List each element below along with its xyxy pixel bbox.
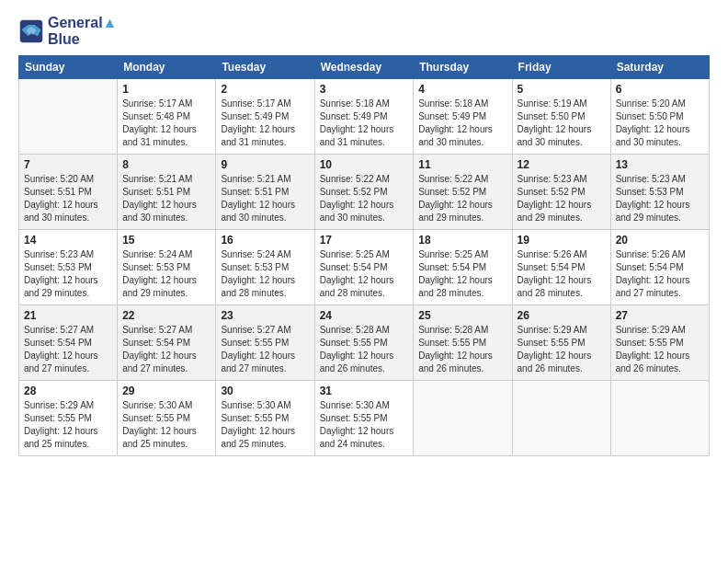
page-header: General▲ Blue — [18, 15, 710, 48]
day-info: Sunrise: 5:22 AMSunset: 5:52 PMDaylight:… — [418, 173, 506, 224]
calendar-cell: 18Sunrise: 5:25 AMSunset: 5:54 PMDayligh… — [414, 230, 512, 305]
calendar-cell: 7Sunrise: 5:20 AMSunset: 5:51 PMDaylight… — [19, 155, 118, 230]
day-info: Sunrise: 5:26 AMSunset: 5:54 PMDaylight:… — [616, 248, 704, 300]
day-number: 18 — [418, 234, 506, 247]
calendar-cell: 20Sunrise: 5:26 AMSunset: 5:54 PMDayligh… — [610, 230, 709, 305]
day-number: 25 — [418, 309, 506, 322]
day-info: Sunrise: 5:18 AMSunset: 5:49 PMDaylight:… — [320, 98, 409, 149]
day-number: 6 — [616, 83, 704, 96]
calendar-cell: 5Sunrise: 5:19 AMSunset: 5:50 PMDaylight… — [512, 79, 610, 155]
calendar-week-row: 28Sunrise: 5:29 AMSunset: 5:55 PMDayligh… — [19, 381, 710, 456]
logo-text: General▲ Blue — [48, 15, 117, 48]
calendar-cell: 9Sunrise: 5:21 AMSunset: 5:51 PMDaylight… — [216, 155, 314, 230]
day-number: 28 — [24, 385, 112, 397]
day-info: Sunrise: 5:30 AMSunset: 5:55 PMDaylight:… — [122, 399, 210, 451]
calendar-week-row: 21Sunrise: 5:27 AMSunset: 5:54 PMDayligh… — [19, 305, 710, 381]
day-number: 12 — [518, 158, 606, 171]
calendar-cell: 11Sunrise: 5:22 AMSunset: 5:52 PMDayligh… — [414, 155, 512, 230]
calendar-cell: 23Sunrise: 5:27 AMSunset: 5:55 PMDayligh… — [216, 305, 314, 381]
calendar-cell: 2Sunrise: 5:17 AMSunset: 5:49 PMDaylight… — [216, 79, 314, 155]
logo: General▲ Blue — [18, 15, 117, 48]
day-number: 2 — [221, 83, 309, 96]
day-number: 9 — [221, 158, 309, 171]
day-info: Sunrise: 5:29 AMSunset: 5:55 PMDaylight:… — [24, 399, 112, 451]
day-info: Sunrise: 5:19 AMSunset: 5:50 PMDaylight:… — [518, 98, 606, 149]
calendar-week-row: 7Sunrise: 5:20 AMSunset: 5:51 PMDaylight… — [19, 155, 710, 230]
calendar-cell — [19, 79, 118, 155]
day-info: Sunrise: 5:21 AMSunset: 5:51 PMDaylight:… — [221, 173, 309, 224]
calendar-cell: 28Sunrise: 5:29 AMSunset: 5:55 PMDayligh… — [19, 381, 118, 456]
day-number: 27 — [616, 309, 704, 322]
day-info: Sunrise: 5:23 AMSunset: 5:52 PMDaylight:… — [518, 173, 606, 224]
day-number: 30 — [221, 385, 309, 397]
day-number: 20 — [616, 234, 704, 247]
day-number: 14 — [24, 234, 112, 247]
day-info: Sunrise: 5:28 AMSunset: 5:55 PMDaylight:… — [320, 324, 409, 375]
calendar-header-cell: Tuesday — [216, 56, 314, 79]
calendar-cell: 19Sunrise: 5:26 AMSunset: 5:54 PMDayligh… — [512, 230, 610, 305]
page-container: General▲ Blue SundayMondayTuesdayWednesd… — [0, 0, 728, 563]
day-info: Sunrise: 5:21 AMSunset: 5:51 PMDaylight:… — [122, 173, 210, 224]
day-info: Sunrise: 5:27 AMSunset: 5:54 PMDaylight:… — [122, 324, 210, 375]
calendar-cell: 6Sunrise: 5:20 AMSunset: 5:50 PMDaylight… — [610, 79, 709, 155]
calendar-cell: 1Sunrise: 5:17 AMSunset: 5:48 PMDaylight… — [118, 79, 216, 155]
day-number: 11 — [418, 158, 506, 171]
day-info: Sunrise: 5:20 AMSunset: 5:51 PMDaylight:… — [24, 173, 112, 224]
day-info: Sunrise: 5:27 AMSunset: 5:54 PMDaylight:… — [24, 324, 112, 375]
calendar-cell — [610, 381, 709, 456]
day-number: 4 — [418, 83, 506, 96]
day-info: Sunrise: 5:28 AMSunset: 5:55 PMDaylight:… — [418, 324, 506, 375]
calendar-header-cell: Monday — [118, 56, 216, 79]
day-info: Sunrise: 5:18 AMSunset: 5:49 PMDaylight:… — [418, 98, 506, 149]
day-info: Sunrise: 5:22 AMSunset: 5:52 PMDaylight:… — [320, 173, 409, 224]
calendar-cell: 13Sunrise: 5:23 AMSunset: 5:53 PMDayligh… — [610, 155, 709, 230]
calendar-cell: 17Sunrise: 5:25 AMSunset: 5:54 PMDayligh… — [314, 230, 414, 305]
day-number: 10 — [320, 158, 409, 171]
calendar-cell: 8Sunrise: 5:21 AMSunset: 5:51 PMDaylight… — [118, 155, 216, 230]
calendar-header-row: SundayMondayTuesdayWednesdayThursdayFrid… — [19, 56, 710, 79]
calendar-header-cell: Friday — [512, 56, 610, 79]
calendar-cell: 12Sunrise: 5:23 AMSunset: 5:52 PMDayligh… — [512, 155, 610, 230]
calendar-cell: 31Sunrise: 5:30 AMSunset: 5:55 PMDayligh… — [314, 381, 414, 456]
day-info: Sunrise: 5:29 AMSunset: 5:55 PMDaylight:… — [518, 324, 606, 375]
day-info: Sunrise: 5:24 AMSunset: 5:53 PMDaylight:… — [122, 248, 210, 300]
day-info: Sunrise: 5:27 AMSunset: 5:55 PMDaylight:… — [221, 324, 309, 375]
day-info: Sunrise: 5:30 AMSunset: 5:55 PMDaylight:… — [221, 399, 309, 451]
day-number: 13 — [616, 158, 704, 171]
calendar-table: SundayMondayTuesdayWednesdayThursdayFrid… — [18, 55, 710, 456]
day-number: 17 — [320, 234, 409, 247]
day-number: 16 — [221, 234, 309, 247]
day-info: Sunrise: 5:30 AMSunset: 5:55 PMDaylight:… — [320, 399, 409, 451]
day-number: 31 — [320, 385, 409, 397]
day-info: Sunrise: 5:17 AMSunset: 5:48 PMDaylight:… — [122, 98, 210, 149]
day-number: 3 — [320, 83, 409, 96]
day-info: Sunrise: 5:17 AMSunset: 5:49 PMDaylight:… — [221, 98, 309, 149]
calendar-week-row: 14Sunrise: 5:23 AMSunset: 5:53 PMDayligh… — [19, 230, 710, 305]
calendar-header-cell: Saturday — [610, 56, 709, 79]
calendar-week-row: 1Sunrise: 5:17 AMSunset: 5:48 PMDaylight… — [19, 79, 710, 155]
day-number: 26 — [518, 309, 606, 322]
day-number: 7 — [24, 158, 112, 171]
logo-icon — [18, 18, 44, 44]
day-info: Sunrise: 5:23 AMSunset: 5:53 PMDaylight:… — [24, 248, 112, 300]
calendar-cell: 29Sunrise: 5:30 AMSunset: 5:55 PMDayligh… — [118, 381, 216, 456]
calendar-cell: 10Sunrise: 5:22 AMSunset: 5:52 PMDayligh… — [314, 155, 414, 230]
calendar-cell: 27Sunrise: 5:29 AMSunset: 5:55 PMDayligh… — [610, 305, 709, 381]
calendar-cell: 26Sunrise: 5:29 AMSunset: 5:55 PMDayligh… — [512, 305, 610, 381]
day-number: 24 — [320, 309, 409, 322]
calendar-cell: 25Sunrise: 5:28 AMSunset: 5:55 PMDayligh… — [414, 305, 512, 381]
calendar-cell: 14Sunrise: 5:23 AMSunset: 5:53 PMDayligh… — [19, 230, 118, 305]
day-number: 15 — [122, 234, 210, 247]
day-info: Sunrise: 5:25 AMSunset: 5:54 PMDaylight:… — [418, 248, 506, 300]
day-info: Sunrise: 5:25 AMSunset: 5:54 PMDaylight:… — [320, 248, 409, 300]
calendar-header-cell: Wednesday — [314, 56, 414, 79]
calendar-cell: 24Sunrise: 5:28 AMSunset: 5:55 PMDayligh… — [314, 305, 414, 381]
day-number: 5 — [518, 83, 606, 96]
calendar-cell: 21Sunrise: 5:27 AMSunset: 5:54 PMDayligh… — [19, 305, 118, 381]
day-number: 21 — [24, 309, 112, 322]
calendar-header-cell: Sunday — [19, 56, 118, 79]
day-info: Sunrise: 5:24 AMSunset: 5:53 PMDaylight:… — [221, 248, 309, 300]
day-number: 8 — [122, 158, 210, 171]
day-info: Sunrise: 5:29 AMSunset: 5:55 PMDaylight:… — [616, 324, 704, 375]
day-number: 22 — [122, 309, 210, 322]
